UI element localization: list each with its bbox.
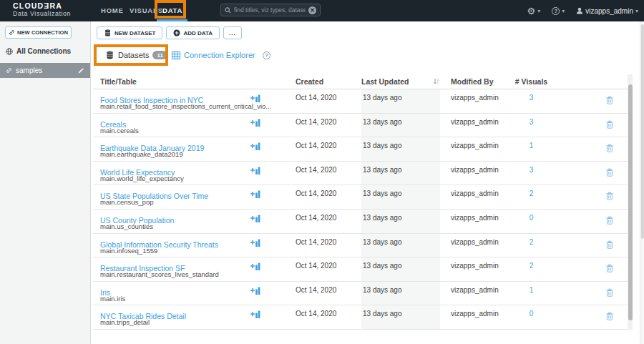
table-row: Cereals main.cereals Oct 14, 2020 13 day…: [93, 114, 629, 138]
tab-connection-explorer[interactable]: Connection Explorer: [172, 51, 255, 59]
created-date: Oct 14, 2020: [296, 305, 361, 329]
table-row: Earthquake Data January 2019 main.earthq…: [93, 137, 629, 162]
link-icon: [9, 29, 15, 36]
connection-name: samples: [16, 67, 42, 74]
new-connection-button[interactable]: NEW CONNECTION: [5, 26, 72, 39]
add-data-label: ADD DATA: [183, 30, 213, 36]
visuals-count-link[interactable]: 2: [512, 185, 551, 209]
chevron-down-icon: ▾: [537, 8, 540, 14]
dataset-toolbar: NEW DATASET ADD DATA ...: [97, 26, 242, 39]
globe-icon: [6, 48, 13, 55]
tab-datasets-label: Datasets: [118, 51, 149, 59]
tab-connection-explorer-label: Connection Explorer: [184, 51, 255, 59]
visuals-count-link[interactable]: 2: [512, 234, 551, 257]
last-updated: 13 days ago: [361, 137, 440, 161]
table-scrollbar[interactable]: [628, 74, 633, 330]
visuals-count-link[interactable]: 3: [512, 162, 551, 185]
visuals-count-link[interactable]: 0: [512, 210, 551, 233]
main-content: NEW DATASET ADD DATA ... Datasets 11: [92, 21, 644, 344]
top-navbar: CLOUDƎRA Data Visualization HOME VISUALS…: [0, 0, 644, 21]
nav-item-visuals[interactable]: VISUALS: [130, 6, 163, 14]
last-updated: 13 days ago: [361, 89, 440, 113]
dataset-table-name: main.trips_detail: [100, 318, 293, 326]
visuals-count-link[interactable]: 1: [512, 282, 551, 305]
dataset-table-name: main.world_life_expectancy: [100, 175, 293, 182]
user-menu[interactable]: vizapps_admin ▾: [576, 7, 638, 15]
delete-icon[interactable]: [599, 114, 620, 137]
edit-connection-icon[interactable]: [78, 67, 84, 74]
search-clear-icon[interactable]: ✕: [308, 6, 316, 14]
nav-item-data[interactable]: DATA: [162, 6, 182, 14]
created-date: Oct 14, 2020: [296, 257, 361, 281]
visuals-count-link[interactable]: 2: [512, 257, 551, 281]
chevron-down-icon: ▾: [635, 8, 638, 14]
last-updated: 13 days ago: [361, 185, 440, 209]
dataset-table-name: main.restaurant_scores_lives_standard: [100, 270, 293, 278]
visuals-count-link[interactable]: 0: [512, 305, 551, 329]
created-date: Oct 14, 2020: [296, 137, 361, 161]
all-connections-item[interactable]: All Connections: [6, 47, 71, 55]
help-menu[interactable]: ? ▾: [552, 7, 565, 15]
link-icon: [6, 67, 12, 74]
modified-by: vizapps_admin: [451, 137, 512, 161]
user-icon: [576, 7, 583, 14]
col-header-created[interactable]: Created: [296, 74, 361, 89]
col-header-title[interactable]: Title/Table: [100, 74, 247, 89]
last-updated: 13 days ago: [361, 282, 440, 305]
delete-icon[interactable]: [599, 137, 620, 161]
visuals-count-link[interactable]: 3: [512, 89, 551, 113]
delete-icon[interactable]: [599, 234, 620, 257]
global-search[interactable]: ✕: [220, 4, 321, 16]
gear-icon: ⚙: [527, 6, 536, 16]
modified-by: vizapps_admin: [451, 162, 512, 185]
modified-by: vizapps_admin: [451, 257, 512, 281]
search-icon: [225, 7, 231, 14]
delete-icon[interactable]: [599, 257, 620, 281]
datasets-help-icon[interactable]: ?: [263, 51, 270, 59]
table-row: Food Stores Inspection in NYC main.retai…: [93, 89, 629, 114]
table-body: Food Stores Inspection in NYC main.retai…: [93, 89, 629, 330]
sidebar-item-samples[interactable]: samples: [0, 63, 90, 78]
delete-icon[interactable]: [599, 185, 620, 209]
col-header-visuals[interactable]: # Visuals: [512, 74, 551, 89]
navbar-controls: ⚙ ▾ ? ▾ vizapps_admin ▾: [527, 0, 638, 21]
dataset-table-name: main.earthquake_data2019: [100, 150, 293, 158]
page-scrollbar[interactable]: [640, 21, 644, 344]
delete-icon[interactable]: [599, 210, 620, 233]
table-row: US County Population main.us_counties Oc…: [93, 210, 629, 234]
visuals-count-link[interactable]: 1: [512, 137, 551, 161]
search-input[interactable]: [234, 6, 306, 14]
modified-by: vizapps_admin: [451, 234, 512, 257]
table-scrollbar-thumb[interactable]: [628, 84, 633, 320]
help-icon: ?: [552, 7, 560, 15]
last-updated: 13 days ago: [361, 257, 440, 281]
delete-icon[interactable]: [599, 305, 620, 329]
col-header-modified-by[interactable]: Modified By: [451, 74, 512, 89]
created-date: Oct 14, 2020: [296, 162, 361, 185]
datasets-table: Title/Table Created Last Updated Modifie…: [93, 74, 629, 330]
nav-item-home[interactable]: HOME: [101, 6, 124, 14]
new-dataset-button[interactable]: NEW DATASET: [97, 26, 162, 39]
modified-by: vizapps_admin: [451, 305, 512, 329]
tab-datasets[interactable]: Datasets 11: [105, 51, 167, 59]
app-window: CLOUDƎRA Data Visualization HOME VISUALS…: [0, 0, 644, 344]
visuals-count-link[interactable]: 3: [512, 114, 551, 137]
add-data-button[interactable]: ADD DATA: [166, 26, 220, 39]
sort-icon[interactable]: [433, 78, 440, 85]
datasets-icon: [104, 29, 112, 36]
created-date: Oct 14, 2020: [296, 89, 361, 113]
table-row: World Life Expectancy main.world_life_ex…: [93, 162, 629, 186]
col-header-last-updated[interactable]: Last Updated: [361, 77, 409, 86]
table-row: Restaurant Inspection SF main.restaurant…: [93, 257, 629, 282]
delete-icon[interactable]: [599, 89, 620, 113]
brand-product: Data Visualization: [13, 11, 71, 18]
last-updated: 13 days ago: [361, 234, 440, 257]
delete-icon[interactable]: [599, 162, 620, 185]
dataset-table-name: main.cereals: [100, 127, 293, 134]
created-date: Oct 14, 2020: [296, 282, 361, 305]
page-scrollbar-thumb[interactable]: [641, 24, 644, 239]
delete-icon[interactable]: [599, 282, 620, 305]
created-date: Oct 14, 2020: [296, 234, 361, 257]
settings-menu[interactable]: ⚙ ▾: [527, 6, 541, 16]
more-actions-button[interactable]: ...: [223, 26, 242, 39]
